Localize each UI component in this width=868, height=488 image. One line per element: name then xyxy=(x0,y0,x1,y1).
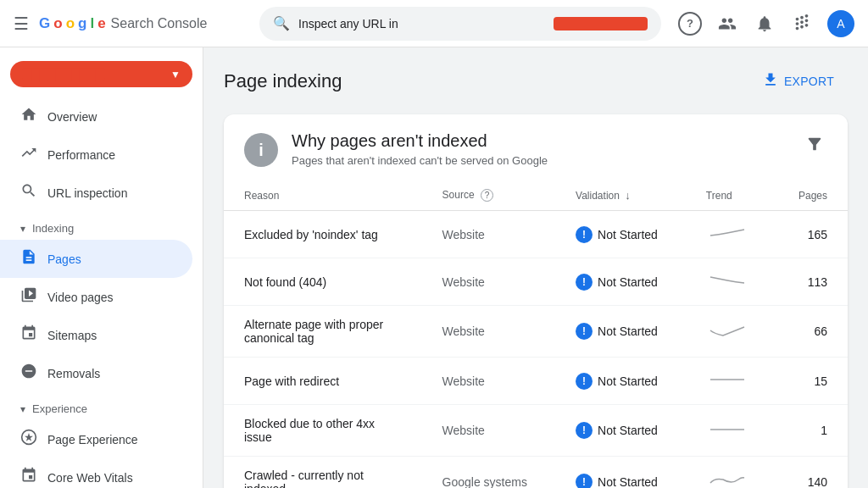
url-highlight: ██████████ xyxy=(554,17,648,30)
url-search-bar[interactable]: 🔍 ██████████ xyxy=(259,7,661,41)
filter-icon[interactable] xyxy=(802,131,827,161)
pages-label: Pages xyxy=(47,252,81,266)
reason-cell: Page with redirect xyxy=(224,358,422,405)
table-row[interactable]: Blocked due to other 4xx issue Website !… xyxy=(224,405,848,457)
overview-label: Overview xyxy=(47,110,97,124)
page-title: Page indexing xyxy=(224,70,342,92)
apps-icon[interactable] xyxy=(790,12,814,36)
validation-status: Not Started xyxy=(598,475,658,488)
validation-cell: ! Not Started xyxy=(555,306,686,358)
experience-section-header[interactable]: ▾ Experience xyxy=(0,392,203,420)
brand-name: Search Console xyxy=(111,16,208,31)
hamburger-menu-icon[interactable]: ☰ xyxy=(14,14,29,34)
info-circle-icon: i xyxy=(244,133,278,167)
sidebar-item-page-experience[interactable]: Page Experience xyxy=(0,420,192,458)
source-cell: Website xyxy=(422,211,556,258)
trend-cell xyxy=(686,405,774,457)
property-name: ██████████ xyxy=(22,68,105,80)
experience-chevron: ▾ xyxy=(20,403,25,415)
reason-cell: Blocked due to other 4xx issue xyxy=(224,405,422,457)
main-layout: ██████████ ▼ Overview Performance URL in… xyxy=(0,47,868,488)
sidebar-item-overview[interactable]: Overview xyxy=(0,97,192,136)
not-started-icon: ! xyxy=(576,474,593,488)
source-help-icon[interactable]: ? xyxy=(481,189,493,202)
topbar: ☰ Google Search Console 🔍 ██████████ ? A xyxy=(0,0,868,47)
sidebar-item-core-web-vitals[interactable]: Core Web Vitals xyxy=(0,458,192,488)
trend-cell xyxy=(686,358,774,405)
pages-count-cell: 165 xyxy=(774,211,848,258)
help-icon[interactable]: ? xyxy=(678,12,702,36)
sidebar: ██████████ ▼ Overview Performance URL in… xyxy=(0,47,203,488)
pages-icon xyxy=(20,248,37,269)
trend-cell xyxy=(686,211,774,258)
table-row[interactable]: Crawled - currently not indexed Google s… xyxy=(224,457,848,489)
export-label: EXPORT xyxy=(784,75,834,88)
validation-cell: ! Not Started xyxy=(555,258,686,306)
topbar-actions: ? A xyxy=(678,10,854,37)
card-header-left: i Why pages aren't indexed Pages that ar… xyxy=(244,131,548,167)
table-row[interactable]: Alternate page with proper canonical tag… xyxy=(224,306,848,358)
property-dropdown-arrow: ▼ xyxy=(170,69,181,80)
url-inspection-label: URL inspection xyxy=(47,186,127,200)
not-started-icon: ! xyxy=(576,422,593,439)
trend-chart xyxy=(706,471,748,489)
source-cell: Website xyxy=(422,358,556,405)
card-subtitle: Pages that aren't indexed can't be serve… xyxy=(292,154,548,167)
video-pages-label: Video pages xyxy=(47,291,114,304)
trend-cell xyxy=(686,457,774,489)
notifications-icon[interactable] xyxy=(753,12,776,36)
indexing-section-header[interactable]: ▾ Indexing xyxy=(0,212,203,240)
table-row[interactable]: Excluded by 'noindex' tag Website ! Not … xyxy=(224,211,848,258)
validation-status: Not Started xyxy=(598,324,658,338)
sidebar-item-sitemaps[interactable]: Sitemaps xyxy=(0,316,192,354)
export-button[interactable]: EXPORT xyxy=(748,64,848,97)
trend-chart xyxy=(706,419,748,440)
user-avatar[interactable]: A xyxy=(827,10,854,37)
source-column-header: Source ? xyxy=(422,180,556,211)
table-header-row: Reason Source ? Validation ↓ Trend Pages xyxy=(224,180,848,211)
sidebar-item-removals[interactable]: Removals xyxy=(0,354,192,392)
card-title: Why pages aren't indexed xyxy=(292,131,548,151)
google-logo: Google Search Console xyxy=(39,15,207,32)
core-web-vitals-label: Core Web Vitals xyxy=(47,471,133,485)
pages-count-cell: 15 xyxy=(774,358,848,405)
topbar-left: ☰ Google Search Console xyxy=(14,14,242,34)
trend-chart xyxy=(706,223,748,243)
reason-cell: Not found (404) xyxy=(224,258,422,306)
trend-chart xyxy=(706,320,748,341)
property-selector[interactable]: ██████████ ▼ xyxy=(10,61,192,87)
sidebar-item-performance[interactable]: Performance xyxy=(0,136,192,174)
reason-cell: Alternate page with proper canonical tag xyxy=(224,306,422,358)
not-started-icon: ! xyxy=(576,323,593,340)
trend-chart xyxy=(706,369,748,390)
removals-icon xyxy=(20,363,37,384)
card-title-block: Why pages aren't indexed Pages that aren… xyxy=(292,131,548,167)
trend-column-header: Trend xyxy=(686,180,774,211)
url-search-input[interactable] xyxy=(298,17,554,30)
source-cell: Google systems xyxy=(422,457,556,489)
not-started-icon: ! xyxy=(576,274,593,291)
sidebar-item-url-inspection[interactable]: URL inspection xyxy=(0,174,192,212)
source-cell: Website xyxy=(422,258,556,306)
trending-up-icon xyxy=(20,144,37,165)
accounts-icon[interactable] xyxy=(715,12,739,36)
validation-cell: ! Not Started xyxy=(555,211,686,258)
pages-column-header: Pages xyxy=(774,180,848,211)
card-header: i Why pages aren't indexed Pages that ar… xyxy=(224,114,848,180)
search-icon: 🔍 xyxy=(273,15,290,31)
pages-count-cell: 66 xyxy=(774,306,848,358)
indexing-chevron: ▾ xyxy=(20,223,25,235)
indexing-table: Reason Source ? Validation ↓ Trend Pages xyxy=(224,180,848,488)
validation-sort-icon[interactable]: ↓ xyxy=(625,189,631,202)
trend-cell xyxy=(686,258,774,306)
not-started-icon: ! xyxy=(576,373,593,390)
table-row[interactable]: Page with redirect Website ! Not Started… xyxy=(224,358,848,405)
reason-column-header: Reason xyxy=(224,180,422,211)
removals-label: Removals xyxy=(47,367,100,380)
sidebar-item-pages[interactable]: Pages xyxy=(0,240,192,278)
sitemaps-label: Sitemaps xyxy=(47,329,97,342)
export-icon xyxy=(762,71,779,91)
sidebar-item-video-pages[interactable]: Video pages xyxy=(0,278,192,316)
table-row[interactable]: Not found (404) Website ! Not Started 11… xyxy=(224,258,848,306)
validation-status: Not Started xyxy=(598,374,658,388)
